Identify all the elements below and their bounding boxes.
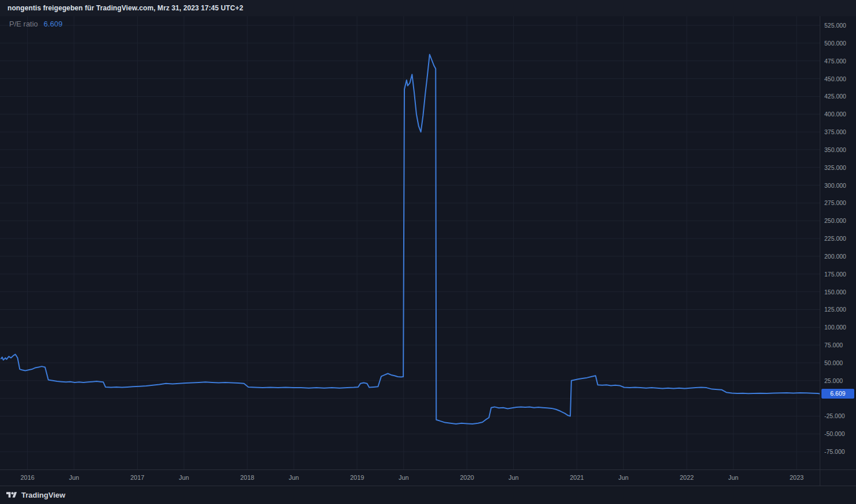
time-axis-label: 2019 xyxy=(350,474,364,481)
price-axis-label: 225.000 xyxy=(824,235,846,242)
time-axis-label: 2020 xyxy=(460,474,474,481)
time-axis-label: Jun xyxy=(69,474,79,481)
price-axis-label: -75.000 xyxy=(824,448,845,455)
attribution-bar: nongentis freigegeben für TradingView.co… xyxy=(0,0,856,16)
price-axis-label: 300.000 xyxy=(824,182,846,189)
time-axis-label: 2022 xyxy=(680,474,694,481)
time-axis[interactable]: 2016Jun2017Jun2018Jun2019Jun2020Jun2021J… xyxy=(0,469,856,486)
indicator-title[interactable]: P/E ratio xyxy=(9,20,38,28)
time-axis-label: Jun xyxy=(509,474,519,481)
price-axis-label: 425.000 xyxy=(824,93,846,100)
price-axis-label: 125.000 xyxy=(824,306,846,313)
axis-corner-divider xyxy=(820,470,820,486)
price-axis-label: -50.000 xyxy=(824,430,845,437)
time-axis-label: 2023 xyxy=(790,474,804,481)
price-axis-label: 400.000 xyxy=(824,111,846,118)
price-axis-label: 375.000 xyxy=(824,128,846,135)
time-axis-label: Jun xyxy=(618,474,628,481)
time-axis-label: Jun xyxy=(728,474,738,481)
price-axis-label: 450.000 xyxy=(824,75,846,82)
pe-ratio-line-chart xyxy=(0,16,820,469)
price-axis-label: 25.000 xyxy=(824,377,843,384)
price-axis-label: 75.000 xyxy=(824,342,843,348)
time-axis-label: 2018 xyxy=(240,474,254,481)
chart-main-area: P/E ratio 6.609 6.609 525.000500.000475.… xyxy=(0,16,856,469)
tradingview-chart-window: nongentis freigegeben für TradingView.co… xyxy=(0,0,856,504)
price-axis-label: 475.000 xyxy=(824,58,846,65)
price-axis-label: 100.000 xyxy=(824,324,846,331)
price-axis-label: 150.000 xyxy=(824,289,846,295)
price-axis-label: 200.000 xyxy=(824,253,846,260)
current-value-badge: 6.609 xyxy=(821,389,854,399)
indicator-current-value: 6.609 xyxy=(44,20,63,28)
tradingview-logo[interactable]: TradingView xyxy=(6,491,65,499)
time-axis-label: Jun xyxy=(399,474,409,481)
price-axis-label: 275.000 xyxy=(824,199,846,206)
tradingview-brand-text: TradingView xyxy=(21,491,65,499)
chart-pane[interactable]: P/E ratio 6.609 xyxy=(0,16,820,469)
price-axis[interactable]: 6.609 525.000500.000475.000450.000425.00… xyxy=(820,16,856,469)
footer-bar: TradingView xyxy=(0,486,856,504)
time-axis-label: 2021 xyxy=(570,474,584,481)
price-axis-label: -25.000 xyxy=(824,412,845,419)
price-axis-label: 50.000 xyxy=(824,359,843,366)
indicator-legend: P/E ratio 6.609 xyxy=(9,20,62,28)
price-axis-label: 350.000 xyxy=(824,146,846,153)
attribution-text: nongentis freigegeben für TradingView.co… xyxy=(7,4,243,12)
price-axis-label: 500.000 xyxy=(824,40,846,47)
tradingview-logo-icon xyxy=(6,491,17,499)
time-axis-label: Jun xyxy=(289,474,299,481)
price-axis-label: 175.000 xyxy=(824,271,846,278)
price-axis-label: 325.000 xyxy=(824,164,846,171)
time-axis-label: 2017 xyxy=(130,474,144,481)
price-axis-label: 525.000 xyxy=(824,22,846,29)
time-axis-label: 2016 xyxy=(20,474,34,481)
time-axis-label: Jun xyxy=(179,474,189,481)
price-axis-label: 250.000 xyxy=(824,217,846,224)
